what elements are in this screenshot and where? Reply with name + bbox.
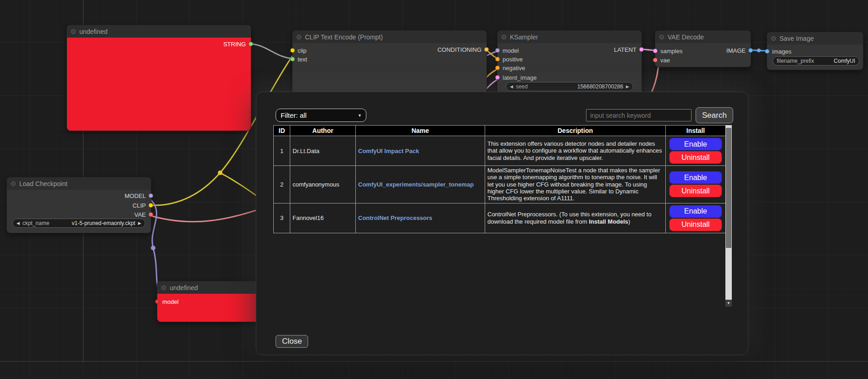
widget-label: ckpt_name bbox=[22, 220, 50, 226]
seed-widget[interactable]: ◀ seed 156680208700286 ▶ bbox=[506, 82, 633, 91]
slot-dot[interactable] bbox=[290, 48, 295, 53]
node-vae-decode: VAE Decode samples vae IMAGE bbox=[655, 30, 751, 67]
input-slot-samples[interactable]: samples bbox=[653, 48, 682, 54]
slot-dot[interactable] bbox=[149, 203, 153, 208]
collapse-dot-icon[interactable] bbox=[161, 286, 166, 290]
output-slot-latent[interactable]: LATENT bbox=[614, 46, 644, 53]
slot-label: STRING bbox=[223, 41, 246, 48]
slot-dot[interactable] bbox=[249, 42, 253, 46]
node-graph-canvas[interactable]: undefined STRING CLIP Text Encode (Promp… bbox=[0, 0, 868, 379]
extension-id-cell: 3 bbox=[274, 203, 290, 233]
reroute-dot[interactable] bbox=[757, 49, 761, 52]
slot-dot[interactable] bbox=[639, 47, 644, 52]
extension-name-cell: ComfyUI Impact Pack bbox=[356, 136, 485, 166]
input-slot-latent-image[interactable]: latent_image bbox=[495, 74, 536, 81]
scroll-down-arrow-icon[interactable]: ▼ bbox=[725, 300, 732, 307]
input-slot-text[interactable]: text bbox=[290, 56, 307, 62]
node-load-checkpoint: Load Checkpoint MODEL CLIP VAE ◀ ckpt_na… bbox=[6, 177, 151, 233]
input-slot-images[interactable]: images bbox=[765, 48, 791, 55]
node-header[interactable]: VAE Decode bbox=[655, 31, 751, 43]
slot-label: latent_image bbox=[503, 74, 536, 81]
node-header[interactable]: Load Checkpoint bbox=[7, 177, 151, 190]
uninstall-button[interactable]: Uninstall bbox=[669, 219, 722, 231]
output-slot-image[interactable]: IMAGE bbox=[726, 47, 753, 54]
arrow-right-icon[interactable]: ▶ bbox=[138, 221, 141, 225]
filename-prefix-widget[interactable]: filename_prefix ComfyUI bbox=[773, 56, 859, 66]
extension-link[interactable]: ComfyUI Impact Pack bbox=[358, 148, 419, 154]
widget-value: ComfyUI bbox=[834, 58, 855, 64]
slot-dot[interactable] bbox=[484, 47, 489, 52]
search-input[interactable] bbox=[586, 109, 691, 121]
close-button[interactable]: Close bbox=[276, 335, 308, 348]
slot-dot[interactable] bbox=[495, 66, 500, 70]
reroute-dot[interactable] bbox=[218, 170, 222, 175]
arrow-right-icon[interactable]: ▶ bbox=[626, 84, 629, 89]
slot-dot[interactable] bbox=[495, 48, 500, 53]
output-slot-model[interactable]: MODEL bbox=[125, 192, 153, 199]
slot-dot[interactable] bbox=[149, 212, 153, 217]
uninstall-button[interactable]: Uninstall bbox=[669, 151, 722, 164]
ckpt-name-widget[interactable]: ◀ ckpt_name v1-5-pruned-emaonly.ckpt ▶ bbox=[12, 219, 145, 228]
collapse-dot-icon[interactable] bbox=[71, 29, 76, 34]
extension-name-cell: ControlNet Preprocessors bbox=[356, 203, 485, 233]
slot-dot[interactable] bbox=[748, 48, 753, 53]
input-slot-model[interactable]: model bbox=[495, 47, 519, 54]
node-header[interactable]: Save Image bbox=[767, 32, 863, 44]
slot-dot[interactable] bbox=[290, 57, 295, 61]
search-button[interactable]: Search bbox=[696, 107, 733, 123]
enable-button[interactable]: Enable bbox=[669, 138, 722, 150]
collapse-dot-icon[interactable] bbox=[659, 35, 664, 39]
arrow-left-icon[interactable]: ◀ bbox=[17, 221, 20, 225]
extensions-table-body: 1Dr.Lt.DataComfyUI Impact PackThis exten… bbox=[274, 136, 726, 233]
input-slot-positive[interactable]: positive bbox=[495, 56, 523, 62]
enable-button[interactable]: Enable bbox=[669, 171, 722, 184]
output-slot-string[interactable]: STRING bbox=[223, 41, 253, 47]
slot-dot[interactable] bbox=[149, 193, 153, 198]
arrow-left-icon[interactable]: ◀ bbox=[510, 84, 513, 89]
filter-select-wrap: Filter: all ▼ bbox=[276, 109, 366, 122]
extension-link[interactable]: ComfyUI_experiments/sampler_tonemap bbox=[358, 181, 474, 188]
slot-label: LATENT bbox=[614, 46, 636, 53]
collapse-dot-icon[interactable] bbox=[11, 181, 16, 186]
slot-dot[interactable] bbox=[495, 57, 500, 61]
table-scrollbar[interactable]: ▼ bbox=[725, 125, 732, 307]
collapse-dot-icon[interactable] bbox=[502, 35, 506, 39]
slot-label: negative bbox=[503, 65, 525, 71]
slot-label: text bbox=[298, 56, 307, 63]
slot-label: images bbox=[772, 48, 791, 55]
node-header[interactable]: undefined bbox=[67, 25, 251, 38]
wire-string-to-text bbox=[246, 44, 296, 59]
collapse-dot-icon[interactable] bbox=[771, 36, 776, 41]
output-slot-clip[interactable]: CLIP bbox=[133, 202, 153, 209]
slot-label: vae bbox=[660, 57, 670, 64]
node-header[interactable]: KSampler bbox=[498, 31, 641, 43]
input-slot-model[interactable]: model bbox=[155, 298, 178, 305]
collapse-dot-icon[interactable] bbox=[297, 35, 301, 39]
uninstall-button[interactable]: Uninstall bbox=[669, 185, 722, 197]
output-slot-conditioning[interactable]: CONDITIONING bbox=[437, 46, 489, 53]
node-header[interactable]: CLIP Text Encode (Prompt) bbox=[293, 31, 487, 43]
input-slot-clip[interactable]: clip bbox=[290, 47, 307, 54]
custom-nodes-dialog: Filter: all ▼ Search ID Author Name Desc… bbox=[256, 92, 748, 355]
enable-button[interactable]: Enable bbox=[669, 205, 722, 218]
slot-dot[interactable] bbox=[495, 75, 500, 80]
filter-select[interactable]: Filter: all bbox=[276, 109, 366, 122]
header-id: ID bbox=[274, 126, 290, 136]
extension-name-cell: ComfyUI_experiments/sampler_tonemap bbox=[356, 166, 485, 203]
node-undefined-bottom: undefined model bbox=[157, 281, 261, 322]
reroute-dot[interactable] bbox=[151, 246, 155, 250]
slot-dot[interactable] bbox=[653, 49, 658, 53]
slot-dot[interactable] bbox=[653, 58, 658, 62]
extension-id-cell: 1 bbox=[274, 136, 290, 166]
output-slot-vae[interactable]: VAE bbox=[134, 211, 153, 218]
slot-label: CONDITIONING bbox=[437, 46, 481, 53]
extension-author-cell: comfyanonymous bbox=[290, 166, 356, 203]
slot-dot[interactable] bbox=[765, 49, 769, 54]
node-header[interactable]: undefined bbox=[157, 281, 260, 294]
slot-dot[interactable] bbox=[155, 299, 160, 304]
input-slot-negative[interactable]: negative bbox=[495, 65, 525, 71]
input-slot-vae[interactable]: vae bbox=[653, 57, 670, 63]
extension-link[interactable]: ControlNet Preprocessors bbox=[358, 214, 432, 221]
slot-label: clip bbox=[298, 47, 307, 54]
scrollbar-thumb[interactable] bbox=[726, 128, 731, 248]
